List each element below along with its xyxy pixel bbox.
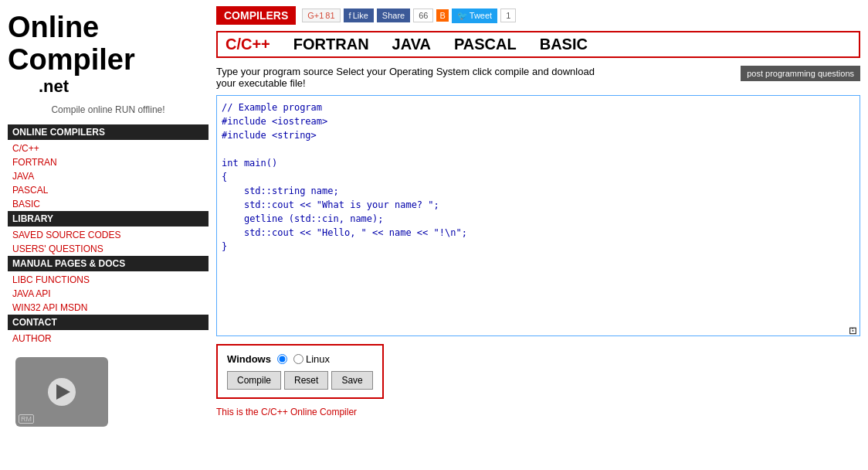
fb-share-button[interactable]: Share xyxy=(377,9,410,22)
fb-share-label: Share xyxy=(382,11,405,20)
tab-basic[interactable]: BASIC xyxy=(540,36,588,53)
fb-like-label: Like xyxy=(353,11,368,20)
gplus-icon: G+1 xyxy=(307,11,324,20)
tab-pascal[interactable]: PASCAL xyxy=(454,36,517,53)
tweet-button[interactable]: 🐦 Tweet xyxy=(452,9,497,23)
logo-title: OnlineCompiler xyxy=(8,12,209,77)
os-selection: Windows Linux xyxy=(227,353,373,365)
tweet-label: Tweet xyxy=(470,11,492,20)
compile-button[interactable]: Compile xyxy=(227,371,281,390)
compile-form: Windows Linux Compile Reset Save xyxy=(216,344,384,399)
code-wrapper: // Example program #include <iostream> #… xyxy=(216,95,860,336)
play-button[interactable] xyxy=(48,378,76,406)
fb-count: 66 xyxy=(413,9,433,22)
windows-radio[interactable] xyxy=(277,354,287,364)
description-text: Type your program source Select your Ope… xyxy=(216,66,602,89)
tab-fortran[interactable]: FORTRAN xyxy=(293,36,369,53)
sidebar-item-users-questions[interactable]: USERS' QUESTIONS xyxy=(8,242,209,256)
tagline: Compile online RUN offline! xyxy=(8,104,209,115)
footer-text: This is the C/C++ Online Compiler xyxy=(216,407,860,417)
sidebar-item-java[interactable]: JAVA xyxy=(8,169,209,183)
sidebar-item-fortran[interactable]: FORTRAN xyxy=(8,155,209,169)
lang-tabs: C/C++ FORTRAN JAVA PASCAL BASIC xyxy=(216,31,860,58)
social-buttons: G+1 81 f Like Share 66 B 🐦 Tweet 1 xyxy=(302,9,516,23)
reset-button[interactable]: Reset xyxy=(284,371,328,390)
save-button[interactable]: Save xyxy=(331,371,372,390)
logo-area: OnlineCompiler .net xyxy=(8,8,209,104)
nav-library-header: LIBRARY xyxy=(8,211,209,226)
top-bar: COMPILERS G+1 81 f Like Share 66 B 🐦 Twe… xyxy=(216,6,860,25)
fb-extra-button[interactable]: B xyxy=(436,9,448,22)
resize-handle[interactable]: ⊡ xyxy=(849,325,856,332)
tab-cpp[interactable]: C/C++ xyxy=(225,36,270,53)
windows-label: Windows xyxy=(227,353,271,365)
linux-radio-label[interactable]: Linux xyxy=(293,353,330,365)
fb-like-button[interactable]: f Like xyxy=(344,9,374,22)
post-questions-button[interactable]: post programming questions xyxy=(741,66,860,81)
nav-contact-header: CONTACT xyxy=(8,315,209,330)
windows-radio-label[interactable] xyxy=(277,354,287,364)
tweet-count: 1 xyxy=(500,9,516,22)
sidebar-item-libc[interactable]: LIBC FUNCTIONS xyxy=(8,273,209,287)
sidebar-item-basic[interactable]: BASIC xyxy=(8,197,209,211)
sidebar-item-win32[interactable]: WIN32 API MSDN xyxy=(8,301,209,315)
gplus-button[interactable]: G+1 81 xyxy=(302,9,340,22)
linux-radio[interactable] xyxy=(293,354,303,364)
gplus-count: 81 xyxy=(325,11,334,20)
action-buttons: Compile Reset Save xyxy=(227,371,373,390)
video-thumbnail[interactable]: RM xyxy=(15,357,108,427)
compilers-badge[interactable]: COMPILERS xyxy=(216,6,296,25)
sidebar-item-saved-source-codes[interactable]: SAVED SOURCE CODES xyxy=(8,228,209,242)
sidebar-item-java-api[interactable]: JAVA API xyxy=(8,287,209,301)
description-row: Type your program source Select your Ope… xyxy=(216,66,860,89)
rm-badge: RM xyxy=(19,414,34,424)
nav-online-compilers-header: ONLINE COMPILERS xyxy=(8,124,209,140)
tweet-icon: 🐦 xyxy=(457,11,468,21)
fb-icon: f xyxy=(349,11,351,20)
sidebar-item-cpp[interactable]: C/C++ xyxy=(8,141,209,155)
tab-java[interactable]: JAVA xyxy=(392,36,431,53)
code-editor[interactable]: // Example program #include <iostream> #… xyxy=(222,100,855,329)
linux-label: Linux xyxy=(306,353,330,365)
nav-manual-header: MANUAL PAGES & DOCS xyxy=(8,256,209,271)
sidebar-item-author[interactable]: AUTHOR xyxy=(8,332,209,346)
sidebar-item-pascal[interactable]: PASCAL xyxy=(8,183,209,197)
play-icon xyxy=(56,384,70,400)
logo-net: .net xyxy=(39,77,209,97)
